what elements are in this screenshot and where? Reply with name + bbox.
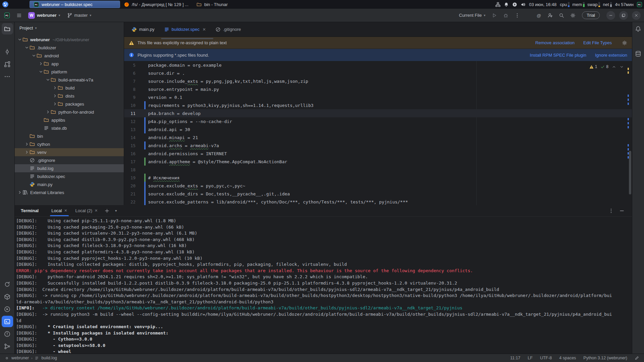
caret-position[interactable]: 11:17 xyxy=(510,356,520,360)
terminal-tab-list-icon[interactable]: ▾ xyxy=(112,209,119,213)
chevron-down-icon[interactable] xyxy=(38,69,44,74)
terminal-tab-local-2-[interactable]: Local (2)✕ xyxy=(71,205,102,216)
window-maximize-button[interactable] xyxy=(619,11,628,20)
code-line-15[interactable]: 15android.archs = armeabi-v7a xyxy=(124,141,632,149)
chevron-right-icon[interactable] xyxy=(52,94,58,98)
main-menu-icon[interactable] xyxy=(14,11,24,20)
settings-icon[interactable] xyxy=(568,11,578,20)
code-line-9[interactable]: 9version = 0.1 xyxy=(124,93,632,101)
run-config-selector[interactable]: Current File ▾ xyxy=(456,11,488,19)
code-line-10[interactable]: 10requirements = python3,kivy,pyjnius,sh… xyxy=(124,101,632,109)
ai-assistant-icon[interactable]: @ xyxy=(534,11,544,20)
hide-terminal-icon[interactable] xyxy=(619,208,625,214)
tree-item-packages[interactable]: packages xyxy=(15,100,124,108)
project-widget[interactable]: W webruner ▾ xyxy=(25,10,63,20)
edit-pencil-icon[interactable] xyxy=(635,356,639,360)
chevron-down-icon[interactable] xyxy=(45,77,51,82)
terminal-output[interactable]: [DEBUG]: Using cached pip-25.1.1-py3-non… xyxy=(15,217,632,354)
close-icon[interactable]: ✕ xyxy=(95,208,98,213)
tree-item-venv[interactable]: venv xyxy=(15,148,124,156)
window-minimize-button[interactable] xyxy=(606,11,615,20)
chevron-right-icon[interactable] xyxy=(17,190,22,195)
tree-item-webruner[interactable]: webruner~/GitHub/webruner xyxy=(15,36,124,44)
ai-assistant-icon[interactable] xyxy=(633,36,644,47)
encoding[interactable]: UTF-8 xyxy=(540,356,552,360)
close-icon[interactable]: ✕ xyxy=(64,208,67,213)
taskbar-window-button[interactable]: bin - Thunar xyxy=(193,1,232,8)
code-line-12[interactable]: 12p4a.pip_options = --no-cache-dir xyxy=(124,117,632,125)
line-ending[interactable]: LF xyxy=(528,356,533,360)
more-actions-icon[interactable] xyxy=(512,11,522,20)
tree-item-app[interactable]: app xyxy=(15,60,124,68)
tree-item-android[interactable]: android xyxy=(15,52,124,60)
inspections-widget[interactable]: 1 8 xyxy=(586,63,627,70)
chevron-right-icon[interactable] xyxy=(52,102,58,106)
run-button[interactable] xyxy=(489,11,499,20)
next-problem-icon[interactable] xyxy=(620,65,624,69)
power-icon[interactable] xyxy=(512,2,517,7)
tab-buildozer-spec[interactable]: buildozer.spec✕ xyxy=(159,22,211,37)
run-window-icon[interactable] xyxy=(2,303,13,315)
tree-item-buildozer-spec[interactable]: buildozer.spec xyxy=(15,172,124,180)
code-line-11[interactable]: 11p4a.branch = develop xyxy=(124,109,632,117)
chevron-down-icon[interactable] xyxy=(17,37,22,42)
terminal-title[interactable]: Terminal xyxy=(21,208,39,213)
chevron-right-icon[interactable] xyxy=(24,142,30,146)
breadcrumb[interactable]: webruner › build.log xyxy=(5,356,57,360)
chevron-right-icon[interactable] xyxy=(52,85,58,90)
window-close-button[interactable] xyxy=(632,11,641,20)
taskbar-window-button[interactable]: PCwebruner – buildozer.spec xyxy=(30,1,120,8)
tree-item-applibs[interactable]: applibs xyxy=(15,116,124,124)
banner-action-link[interactable]: Install RPM SPEC File plugin xyxy=(530,53,586,58)
services-icon[interactable] xyxy=(2,291,13,302)
code-line-14[interactable]: 14android.minapi = 21 xyxy=(124,133,632,141)
breadcrumb-file[interactable]: build.log xyxy=(41,356,57,360)
code-line-6[interactable]: 6source.dir = . xyxy=(124,69,632,77)
interpreter[interactable]: Python 3.12 (webruner) xyxy=(583,356,627,360)
tree-item-main-py[interactable]: main.py xyxy=(15,180,124,188)
app-launcher-icon[interactable] xyxy=(2,1,9,8)
banner-action-link[interactable]: Edit File Types xyxy=(583,40,612,45)
tree-item-build-log[interactable]: build.log xyxy=(15,164,124,172)
code-line-13[interactable]: 13android.api = 30 xyxy=(124,125,632,133)
tab--gitignore[interactable]: .gitignore xyxy=(211,22,246,37)
breadcrumb-project[interactable]: webruner xyxy=(11,356,29,360)
terminal-options-icon[interactable] xyxy=(608,208,614,214)
chevron-down-icon[interactable] xyxy=(31,53,37,58)
tree-item--buildozer[interactable]: .buildozer xyxy=(15,44,124,52)
code-line-19[interactable]: 19# Исключения xyxy=(124,174,632,182)
tree-item-dists[interactable]: dists xyxy=(15,92,124,100)
database-icon[interactable] xyxy=(633,48,644,59)
banner-action-link[interactable]: Remove association xyxy=(535,40,575,45)
trial-button[interactable]: Trial xyxy=(582,11,600,19)
code-editor[interactable]: 5package.domain = org.example6source.dir… xyxy=(124,61,632,205)
debug-button[interactable] xyxy=(501,11,511,20)
code-line-5[interactable]: 5package.domain = org.example xyxy=(124,61,632,69)
sync-icon[interactable] xyxy=(2,279,13,290)
code-line-8[interactable]: 8source.entrypoint = main.py xyxy=(124,85,632,93)
code-line-21[interactable]: 21source.exclude_dirs = Doc,tests,__pyca… xyxy=(124,190,632,198)
tree-item-build[interactable]: build xyxy=(15,84,124,92)
git-icon[interactable] xyxy=(2,341,13,352)
indent-setting[interactable]: 4 spaces xyxy=(559,356,576,360)
chevron-right-icon[interactable] xyxy=(24,150,30,155)
more-icon[interactable] xyxy=(2,71,13,82)
vcs-branch-widget[interactable]: master ▾ xyxy=(64,11,94,20)
code-line-17[interactable]: 17android.apptheme = @style/Theme.AppCom… xyxy=(124,158,632,166)
volume-icon[interactable] xyxy=(521,2,526,7)
tab-scrollbar-thumb[interactable] xyxy=(161,38,213,39)
tree-item-build-armeabi-v7a[interactable]: build-armeabi-v7a xyxy=(15,76,124,84)
tree-item-python-for-android[interactable]: python-for-android xyxy=(15,108,124,116)
tree-item-external-libraries[interactable]: External Libraries xyxy=(15,188,124,196)
taskbar-window-button[interactable]: /fs/ - Днищетред [ № 129 ] ... xyxy=(120,1,193,8)
gear-icon[interactable] xyxy=(622,40,627,46)
notifications-icon[interactable] xyxy=(633,23,644,35)
terminal-tab-local[interactable]: Local✕ xyxy=(47,205,71,216)
code-line-20[interactable]: 20source.exclude_exts = pyo,pyc,c~,pyc~ xyxy=(124,182,632,190)
close-icon[interactable]: ✕ xyxy=(203,27,206,32)
add-user-icon[interactable] xyxy=(545,11,555,20)
tree-item-platform[interactable]: platform xyxy=(15,68,124,76)
tree-item-state-db[interactable]: state.db xyxy=(15,124,124,132)
tree-item--gitignore[interactable]: .gitignore xyxy=(15,156,124,164)
commit-icon[interactable] xyxy=(2,46,13,57)
